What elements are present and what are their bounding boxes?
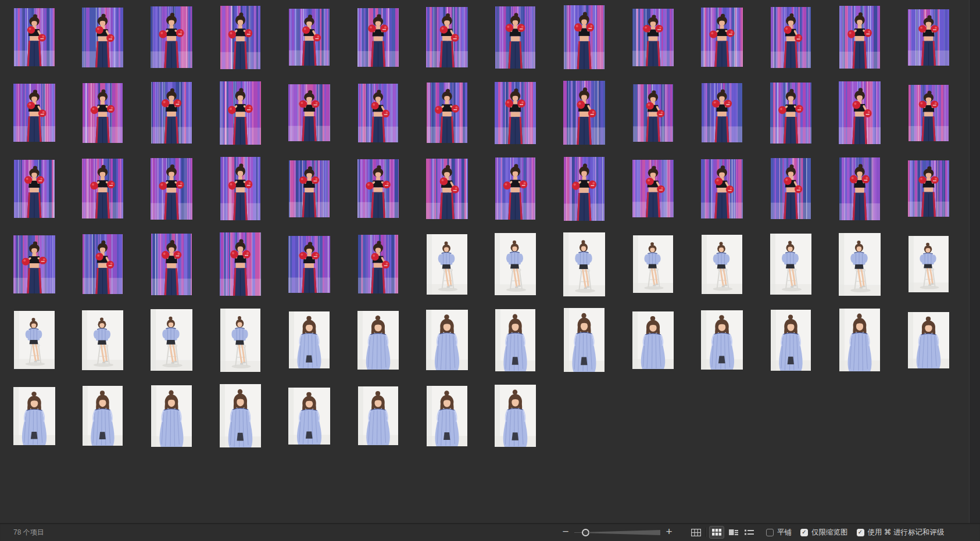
photo-thumbnail[interactable] xyxy=(82,8,123,67)
photo-thumbnail[interactable] xyxy=(563,232,605,296)
photo-thumbnail[interactable] xyxy=(151,82,192,144)
photo-thumbnail[interactable] xyxy=(151,6,192,68)
thumbnail-grid xyxy=(0,0,969,523)
photo-thumbnail[interactable] xyxy=(357,8,399,67)
photo-thumbnail[interactable] xyxy=(288,84,330,141)
photo-thumbnail[interactable] xyxy=(13,84,55,142)
photo-thumbnail[interactable] xyxy=(564,157,605,221)
photo-thumbnail[interactable] xyxy=(839,157,880,220)
photo-thumbnail[interactable] xyxy=(633,84,673,142)
photo-thumbnail[interactable] xyxy=(220,157,260,220)
photo-thumbnail[interactable] xyxy=(82,310,123,370)
photo-thumbnail[interactable] xyxy=(357,159,399,218)
photo-thumbnail[interactable] xyxy=(908,9,949,66)
photo-thumbnail[interactable] xyxy=(14,160,55,218)
photo-thumbnail[interactable] xyxy=(770,234,811,295)
photo-thumbnail[interactable] xyxy=(289,311,330,368)
photo-thumbnail[interactable] xyxy=(909,85,949,141)
photo-thumbnail[interactable] xyxy=(289,160,330,217)
tile-toggle[interactable]: ✓ 平铺 xyxy=(766,528,792,538)
photo-thumbnail[interactable] xyxy=(220,81,261,145)
photo-thumbnail[interactable] xyxy=(427,83,467,143)
photo-thumbnail[interactable] xyxy=(839,309,880,371)
photo-thumbnail[interactable] xyxy=(564,5,605,69)
photo-thumbnail[interactable] xyxy=(427,234,467,295)
thumbnail-only-checkbox[interactable]: ✓ xyxy=(800,529,808,536)
file-browser-window: 78 个项目 − + xyxy=(0,0,980,541)
photo-thumbnail[interactable] xyxy=(771,310,811,371)
photo-thumbnail[interactable] xyxy=(13,235,55,293)
photo-thumbnail[interactable] xyxy=(14,311,55,369)
photo-thumbnail[interactable] xyxy=(632,9,674,66)
photo-thumbnail[interactable] xyxy=(771,7,811,68)
thumbnail-size-slider[interactable] xyxy=(574,524,661,541)
photo-thumbnail[interactable] xyxy=(908,160,949,217)
slider-track[interactable] xyxy=(589,529,660,536)
photo-thumbnail[interactable] xyxy=(220,309,260,372)
photo-thumbnail[interactable] xyxy=(771,158,811,219)
tile-checkbox[interactable]: ✓ xyxy=(766,529,774,536)
photo-thumbnail[interactable] xyxy=(288,388,330,445)
photo-thumbnail[interactable] xyxy=(839,81,881,144)
photo-thumbnail[interactable] xyxy=(495,6,535,69)
photo-thumbnail[interactable] xyxy=(702,83,742,142)
photo-thumbnail[interactable] xyxy=(701,8,743,67)
photo-thumbnail[interactable] xyxy=(151,309,192,371)
slider-knob[interactable] xyxy=(582,529,589,536)
photo-thumbnail[interactable] xyxy=(220,232,261,296)
photo-thumbnail[interactable] xyxy=(427,386,467,446)
photo-thumbnail[interactable] xyxy=(220,6,260,69)
photo-thumbnail[interactable] xyxy=(495,309,535,371)
photo-thumbnail[interactable] xyxy=(839,233,881,296)
photo-thumbnail[interactable] xyxy=(426,159,468,219)
photo-thumbnail[interactable] xyxy=(82,159,123,218)
photo-thumbnail[interactable] xyxy=(289,9,330,66)
photo-thumbnail[interactable] xyxy=(288,236,330,293)
photo-thumbnail[interactable] xyxy=(770,83,811,144)
zoom-out-button[interactable]: − xyxy=(560,524,571,541)
photo-thumbnail[interactable] xyxy=(495,233,536,295)
photo-thumbnail[interactable] xyxy=(220,384,261,447)
photo-thumbnail[interactable] xyxy=(151,385,192,447)
photo-thumbnail[interactable] xyxy=(701,310,743,370)
list-view-button[interactable] xyxy=(742,526,757,539)
photo-thumbnail[interactable] xyxy=(13,387,55,445)
badge-rating-checkbox[interactable]: ✓ xyxy=(857,529,864,536)
photo-thumbnail[interactable] xyxy=(495,385,536,447)
list-icon xyxy=(745,529,754,536)
thumbnail-view-button[interactable] xyxy=(709,526,724,539)
thumbnails-grid-icon xyxy=(712,529,721,536)
photo-thumbnail[interactable] xyxy=(83,234,123,294)
photo-thumbnail[interactable] xyxy=(632,311,674,369)
photo-thumbnail[interactable] xyxy=(633,235,673,293)
zoom-in-button[interactable]: + xyxy=(663,524,675,541)
thumbnail-only-toggle[interactable]: ✓ 仅限缩览图 xyxy=(800,528,848,538)
grid-lock-view-button[interactable] xyxy=(688,526,703,539)
photo-thumbnail[interactable] xyxy=(909,236,949,292)
photo-thumbnail[interactable] xyxy=(358,84,398,142)
photo-thumbnail[interactable] xyxy=(701,159,743,218)
details-view-button[interactable] xyxy=(726,526,741,539)
badge-rating-toggle[interactable]: ✓ 使用 ⌘ 进行标记和评级 xyxy=(857,528,945,538)
photo-thumbnail[interactable] xyxy=(908,312,949,368)
photo-thumbnail[interactable] xyxy=(702,235,742,294)
photo-thumbnail[interactable] xyxy=(83,83,123,143)
photo-thumbnail[interactable] xyxy=(358,235,398,293)
photo-thumbnail[interactable] xyxy=(358,386,398,445)
photo-thumbnail[interactable] xyxy=(426,310,468,370)
photo-thumbnail[interactable] xyxy=(357,311,399,370)
photo-thumbnail[interactable] xyxy=(495,157,535,220)
photo-thumbnail[interactable] xyxy=(563,81,605,145)
photo-thumbnail[interactable] xyxy=(632,160,674,217)
photo-thumbnail[interactable] xyxy=(83,386,123,446)
photo-thumbnail[interactable] xyxy=(14,8,55,66)
details-icon xyxy=(729,529,738,536)
photo-thumbnail[interactable] xyxy=(426,7,468,67)
photo-thumbnail[interactable] xyxy=(564,308,605,372)
photo-thumbnail[interactable] xyxy=(839,6,880,69)
photo-thumbnail[interactable] xyxy=(495,82,536,144)
view-buttons-separator xyxy=(706,528,707,537)
photo-thumbnail[interactable] xyxy=(151,234,192,295)
scrollbar-gutter[interactable] xyxy=(969,0,980,524)
photo-thumbnail[interactable] xyxy=(151,158,192,220)
